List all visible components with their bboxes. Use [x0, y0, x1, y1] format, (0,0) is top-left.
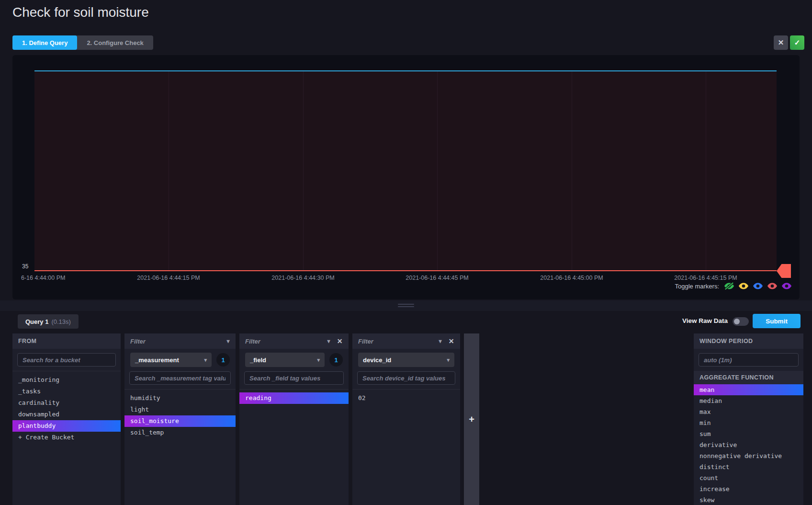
measurement-list: humidity light soil_moisture soil_temp: [124, 389, 236, 438]
eye-icon-blue[interactable]: [753, 282, 763, 290]
filter-card-header: Filter ▾ ✕: [239, 333, 349, 349]
threshold-line: [34, 270, 777, 271]
tag-key-row: device_id ▾: [352, 349, 460, 367]
close-icon: ✕: [778, 38, 784, 47]
eye-icon-yellow[interactable]: [738, 282, 749, 290]
aggregate-function-item[interactable]: median: [694, 395, 803, 406]
tag-key-value: _measurement: [135, 356, 179, 364]
aggregate-function-item[interactable]: sum: [694, 428, 803, 439]
eye-off-icon-green[interactable]: [724, 282, 734, 290]
aggregate-function-title: AGGREGATE FUNCTION: [699, 374, 774, 381]
selected-count-badge: 1: [329, 353, 343, 367]
submit-label: Submit: [766, 318, 788, 325]
aggregate-function-item[interactable]: nonnegative derivative: [694, 450, 803, 461]
threshold-drag-handle[interactable]: [777, 264, 791, 278]
tag-key-dropdown[interactable]: _field ▾: [245, 353, 325, 367]
create-bucket-button[interactable]: + Create Bucket: [12, 432, 121, 443]
field-search-input[interactable]: [244, 371, 344, 385]
x-axis-tick: 2021-06-16 4:44:30 PM: [271, 275, 334, 281]
measurement-search-input[interactable]: [129, 371, 231, 385]
aggregate-function-list: mean median max min sum derivative nonne…: [694, 384, 803, 505]
bucket-search-input[interactable]: [17, 353, 116, 367]
x-axis-tick: 2021-06-16 4:45:15 PM: [674, 275, 737, 281]
window-period-header: WINDOW PERIOD: [694, 333, 803, 349]
page-title: Check for soil moisture: [12, 5, 149, 20]
query-tab[interactable]: Query 1 (0.13s): [18, 314, 79, 329]
filter-card-header: Filter ▾ ✕: [352, 333, 460, 349]
selected-count-badge: 1: [216, 353, 230, 367]
device-id-list: 02: [352, 389, 460, 404]
filter-card-field: Filter ▾ ✕ _field ▾ 1 reading: [239, 333, 349, 505]
window-period-input[interactable]: [699, 353, 799, 367]
gridline: [706, 71, 706, 271]
view-raw-data-toggle[interactable]: [733, 317, 749, 326]
filter-card-measurement: Filter ▾ _measurement ▾ 1 humidity light…: [124, 333, 236, 505]
eye-icon-red[interactable]: [767, 282, 778, 290]
aggregate-function-item[interactable]: count: [694, 472, 803, 483]
filter-card-device-id: Filter ▾ ✕ device_id ▾ 02: [352, 333, 460, 505]
eye-icon-purple[interactable]: [781, 282, 792, 290]
tag-value-item[interactable]: 02: [352, 392, 460, 404]
bucket-item[interactable]: cardinality: [12, 397, 121, 409]
query-preview-plot: [34, 71, 777, 271]
toggle-knob: [734, 319, 740, 324]
aggregate-function-item[interactable]: max: [694, 406, 803, 417]
filter-title: Filter: [358, 338, 373, 345]
plus-icon: +: [469, 414, 474, 425]
tag-key-dropdown[interactable]: device_id ▾: [358, 353, 454, 367]
bucket-item[interactable]: _tasks: [12, 386, 121, 397]
tag-key-value: device_id: [363, 356, 391, 364]
x-axis-tick: 2021-06-16 4:44:45 PM: [406, 275, 468, 281]
field-list: reading: [239, 389, 349, 404]
bucket-item-selected[interactable]: plantbuddy: [12, 420, 121, 432]
gridline: [169, 71, 169, 271]
query-preview-panel: 35 6-16 4:44:00 PM 2021-06-16 4:44:15 PM…: [12, 55, 800, 299]
aggregate-function-item[interactable]: min: [694, 417, 803, 428]
cancel-button[interactable]: ✕: [774, 35, 788, 50]
tag-key-value: _field: [250, 356, 266, 364]
threshold-value-label: 35: [22, 263, 28, 270]
close-icon[interactable]: ✕: [449, 337, 454, 345]
chevron-down-icon: ▾: [204, 357, 207, 363]
from-bucket-card: FROM _monitoring _tasks cardinality down…: [12, 333, 121, 505]
save-check-button[interactable]: ✓: [790, 35, 804, 50]
tag-key-dropdown[interactable]: _measurement ▾: [130, 353, 212, 367]
query-tab-name: Query 1: [25, 318, 48, 325]
resize-divider: [0, 300, 812, 311]
filter-card-header: Filter ▾: [124, 333, 236, 349]
tag-value-item[interactable]: soil_temp: [124, 427, 236, 438]
close-icon[interactable]: ✕: [337, 337, 343, 345]
filter-title: Filter: [130, 338, 146, 345]
tag-value-item[interactable]: humidity: [124, 392, 236, 404]
bucket-item[interactable]: _monitoring: [12, 374, 121, 386]
tab-configure-check[interactable]: 2. Configure Check: [77, 35, 153, 50]
toggle-markers-row: Toggle markers:: [675, 282, 792, 290]
aggregate-function-item[interactable]: increase: [694, 483, 803, 494]
chevron-down-icon[interactable]: ▾: [327, 338, 330, 344]
tag-value-item-selected[interactable]: soil_moisture: [124, 415, 236, 427]
chevron-down-icon[interactable]: ▾: [227, 338, 230, 344]
aggregate-function-item[interactable]: derivative: [694, 439, 803, 450]
tag-value-item-selected[interactable]: reading: [239, 392, 349, 404]
aggregate-function-item-selected[interactable]: mean: [694, 384, 803, 395]
bucket-item[interactable]: downsampled: [12, 409, 121, 420]
chevron-down-icon[interactable]: ▾: [439, 338, 441, 344]
soil-moisture-series-line: [34, 70, 777, 71]
resize-drag-handle[interactable]: [398, 304, 414, 309]
chevron-down-icon: ▾: [447, 357, 450, 363]
x-axis-tick: 2021-06-16 4:45:00 PM: [540, 275, 603, 281]
tab-define-query[interactable]: 1. Define Query: [12, 35, 77, 50]
tag-value-item[interactable]: light: [124, 404, 236, 415]
device-id-search-input[interactable]: [357, 371, 455, 385]
tag-key-row: _field ▾ 1: [239, 349, 349, 367]
step-tabs: 1. Define Query 2. Configure Check: [12, 35, 153, 50]
aggregate-function-item[interactable]: skew: [694, 494, 803, 505]
add-filter-card-button[interactable]: +: [464, 333, 479, 505]
x-axis-tick: 6-16 4:44:00 PM: [21, 275, 65, 281]
chevron-down-icon: ▾: [317, 357, 320, 363]
aggregate-function-header: AGGREGATE FUNCTION: [694, 371, 803, 384]
submit-button[interactable]: Submit: [753, 314, 801, 328]
aggregate-function-item[interactable]: distinct: [694, 461, 803, 472]
from-title: FROM: [18, 338, 36, 344]
gridline: [437, 71, 438, 271]
